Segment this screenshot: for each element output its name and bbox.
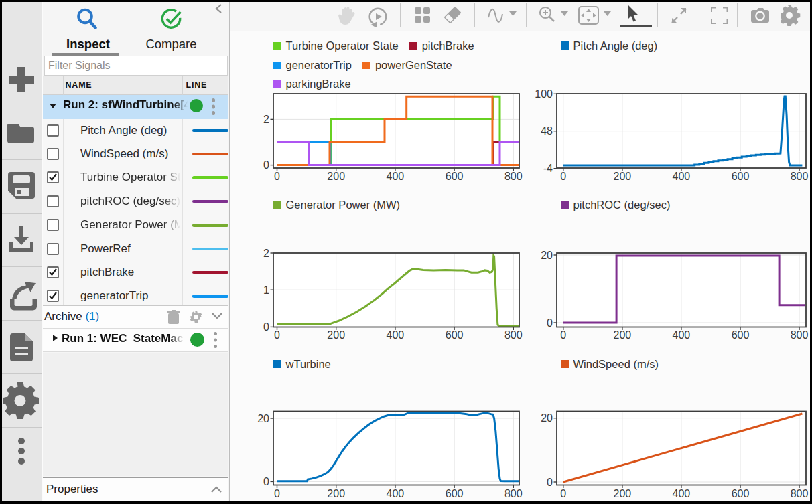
svg-text:1: 1 — [263, 284, 269, 296]
svg-text:200: 200 — [614, 171, 632, 182]
svg-text:800: 800 — [791, 488, 809, 499]
svg-text:800: 800 — [791, 171, 809, 182]
svg-text:20: 20 — [257, 413, 269, 424]
svg-text:2: 2 — [263, 114, 269, 125]
svg-text:0: 0 — [560, 329, 566, 341]
svg-text:400: 400 — [673, 171, 691, 182]
svg-text:0: 0 — [547, 477, 553, 488]
svg-text:0: 0 — [560, 488, 566, 499]
svg-text:600: 600 — [732, 171, 750, 182]
svg-text:20: 20 — [541, 250, 553, 261]
svg-text:200: 200 — [614, 329, 632, 341]
svg-text:2: 2 — [263, 248, 269, 259]
svg-text:800: 800 — [504, 488, 523, 499]
svg-text:400: 400 — [673, 488, 691, 499]
svg-text:0: 0 — [263, 159, 269, 171]
svg-text:400: 400 — [673, 329, 691, 341]
svg-text:800: 800 — [791, 329, 809, 341]
svg-text:200: 200 — [327, 329, 345, 341]
svg-text:20: 20 — [541, 412, 553, 424]
svg-text:200: 200 — [614, 488, 632, 499]
svg-text:0: 0 — [560, 171, 566, 182]
svg-text:0: 0 — [274, 171, 280, 182]
svg-text:400: 400 — [387, 488, 405, 499]
svg-text:0: 0 — [274, 329, 280, 341]
svg-text:-4: -4 — [543, 163, 553, 174]
svg-text:600: 600 — [732, 488, 750, 499]
svg-text:800: 800 — [504, 171, 523, 182]
svg-text:200: 200 — [327, 171, 345, 182]
svg-text:600: 600 — [446, 488, 464, 499]
svg-text:600: 600 — [446, 329, 464, 341]
svg-text:400: 400 — [387, 329, 405, 341]
svg-text:0: 0 — [274, 488, 280, 499]
svg-text:200: 200 — [327, 488, 345, 499]
svg-text:600: 600 — [446, 171, 464, 182]
svg-text:100: 100 — [535, 88, 553, 100]
svg-text:400: 400 — [387, 171, 405, 182]
svg-text:0: 0 — [263, 321, 269, 333]
svg-text:0: 0 — [547, 317, 553, 329]
svg-text:600: 600 — [732, 329, 750, 341]
svg-text:800: 800 — [504, 329, 523, 341]
svg-text:0: 0 — [263, 476, 269, 487]
svg-text:48: 48 — [541, 125, 553, 137]
